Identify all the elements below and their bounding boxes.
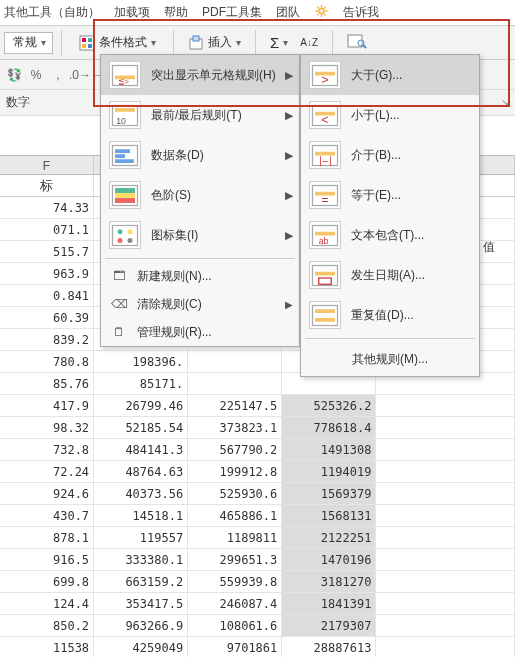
cell[interactable]: 85.76 — [0, 373, 94, 394]
cell[interactable]: 430.7 — [0, 505, 94, 526]
autosum-button[interactable]: Σ▾ — [264, 30, 294, 56]
cell[interactable]: 299651.3 — [188, 549, 282, 570]
tab-pdf[interactable]: PDF工具集 — [202, 4, 262, 21]
menu-icon-sets[interactable]: 图标集(I) ▶ — [101, 215, 299, 255]
cell[interactable]: 26799.46 — [94, 395, 188, 416]
cell[interactable]: 3181270 — [282, 571, 376, 592]
cell[interactable]: 108061.6 — [188, 615, 282, 636]
hdr-cell[interactable]: 标 — [0, 175, 94, 196]
cell[interactable] — [376, 615, 515, 636]
cell[interactable]: 1189811 — [188, 527, 282, 548]
menu-clear-rules[interactable]: ⌫ 清除规则(C) ▶ — [101, 290, 299, 318]
cell[interactable] — [188, 373, 282, 394]
cell[interactable]: 1841391 — [282, 593, 376, 614]
cell[interactable]: 28887613 — [282, 637, 376, 657]
cell[interactable]: 0.841 — [0, 285, 94, 306]
cell[interactable]: 4259049 — [94, 637, 188, 657]
cell[interactable]: 2179307 — [282, 615, 376, 636]
cell[interactable] — [376, 527, 515, 548]
submenu-more-rules[interactable]: 其他规则(M)... — [301, 342, 479, 376]
cell[interactable]: 732.8 — [0, 439, 94, 460]
colhdr-f[interactable]: F — [0, 156, 94, 174]
cell[interactable]: 839.2 — [0, 329, 94, 350]
submenu-greater-than[interactable]: > 大于(G)... — [301, 55, 479, 95]
cell[interactable]: 48764.63 — [94, 461, 188, 482]
cell[interactable]: 85171. — [94, 373, 188, 394]
cell[interactable] — [376, 637, 515, 657]
menu-data-bars[interactable]: 数据条(D) ▶ — [101, 135, 299, 175]
cell[interactable]: 74.33 — [0, 197, 94, 218]
submenu-duplicate-values[interactable]: 重复值(D)... — [301, 295, 479, 335]
menu-new-rule[interactable]: 🗔 新建规则(N)... — [101, 262, 299, 290]
sort-filter-button[interactable]: A↓Z — [294, 30, 324, 56]
cell[interactable]: 199912.8 — [188, 461, 282, 482]
cell[interactable] — [376, 439, 515, 460]
insert-button[interactable]: 插入▾ — [182, 30, 247, 56]
cell[interactable]: 1470196 — [282, 549, 376, 570]
cell[interactable] — [376, 461, 515, 482]
cell[interactable]: 663159.2 — [94, 571, 188, 592]
cell[interactable]: 924.6 — [0, 483, 94, 504]
cell[interactable]: 72.24 — [0, 461, 94, 482]
cell[interactable] — [376, 549, 515, 570]
submenu-equal-to[interactable]: = 等于(E)... — [301, 175, 479, 215]
cell[interactable] — [376, 483, 515, 504]
cell[interactable] — [376, 395, 515, 416]
cell[interactable]: 515.7 — [0, 241, 94, 262]
currency-icon[interactable]: 💱 — [6, 67, 22, 83]
cell[interactable]: 071.1 — [0, 219, 94, 240]
cell[interactable]: 1491308 — [282, 439, 376, 460]
cell[interactable] — [376, 417, 515, 438]
cell[interactable]: 246087.4 — [188, 593, 282, 614]
cell[interactable]: 2122251 — [282, 527, 376, 548]
cell[interactable]: 963.9 — [0, 263, 94, 284]
tab-team[interactable]: 团队 — [276, 4, 300, 21]
cell[interactable]: 1194019 — [282, 461, 376, 482]
cell[interactable]: 52185.54 — [94, 417, 188, 438]
cell[interactable]: 525326.2 — [282, 395, 376, 416]
cell[interactable]: 9701861 — [188, 637, 282, 657]
menu-top-bottom-rules[interactable]: 10 最前/最后规则(T) ▶ — [101, 95, 299, 135]
cell[interactable]: 1568131 — [282, 505, 376, 526]
cell[interactable]: 699.8 — [0, 571, 94, 592]
cell[interactable]: 465886.1 — [188, 505, 282, 526]
menu-manage-rules[interactable]: 🗒 管理规则(R)... — [101, 318, 299, 346]
cell[interactable]: 780.8 — [0, 351, 94, 372]
conditional-format-button[interactable]: 条件格式▾ — [70, 30, 165, 56]
cell[interactable]: 124.4 — [0, 593, 94, 614]
cell[interactable] — [188, 351, 282, 372]
cell[interactable]: 559939.8 — [188, 571, 282, 592]
cell[interactable]: 14518.1 — [94, 505, 188, 526]
submenu-less-than[interactable]: < 小于(L)... — [301, 95, 479, 135]
cell[interactable] — [376, 593, 515, 614]
tellme[interactable]: 告诉我 — [343, 4, 379, 21]
cell[interactable]: 98.32 — [0, 417, 94, 438]
cell[interactable]: 484141.3 — [94, 439, 188, 460]
dialog-launcher-icon[interactable]: ↘ — [501, 97, 509, 108]
find-button[interactable] — [341, 30, 373, 56]
submenu-between[interactable]: ∣–∣ 介于(B)... — [301, 135, 479, 175]
cell[interactable]: 353417.5 — [94, 593, 188, 614]
cell[interactable]: 373823.1 — [188, 417, 282, 438]
cell[interactable]: 119557 — [94, 527, 188, 548]
cell[interactable]: 60.39 — [0, 307, 94, 328]
cell[interactable]: 417.9 — [0, 395, 94, 416]
cell[interactable]: 916.5 — [0, 549, 94, 570]
cell[interactable]: 778618.4 — [282, 417, 376, 438]
cell[interactable] — [376, 505, 515, 526]
comma-icon[interactable]: , — [50, 67, 66, 83]
submenu-text-contains[interactable]: ab 文本包含(T)... — [301, 215, 479, 255]
tab-help[interactable]: 帮助 — [164, 4, 188, 21]
number-format-combo[interactable]: 常规▾ — [4, 32, 53, 54]
menu-color-scales[interactable]: 色阶(S) ▶ — [101, 175, 299, 215]
cell[interactable]: 198396. — [94, 351, 188, 372]
cell[interactable]: 850.2 — [0, 615, 94, 636]
tab-othertools[interactable]: 其他工具（自助） — [4, 4, 100, 21]
tab-addins[interactable]: 加载项 — [114, 4, 150, 21]
menu-highlight-rules[interactable]: ≦> 突出显示单元格规则(H) ▶ — [101, 55, 299, 95]
cell[interactable]: 225147.5 — [188, 395, 282, 416]
cell[interactable]: 878.1 — [0, 527, 94, 548]
cell[interactable]: 11538 — [0, 637, 94, 657]
percent-icon[interactable]: % — [28, 67, 44, 83]
submenu-date-occurring[interactable]: 发生日期(A)... — [301, 255, 479, 295]
